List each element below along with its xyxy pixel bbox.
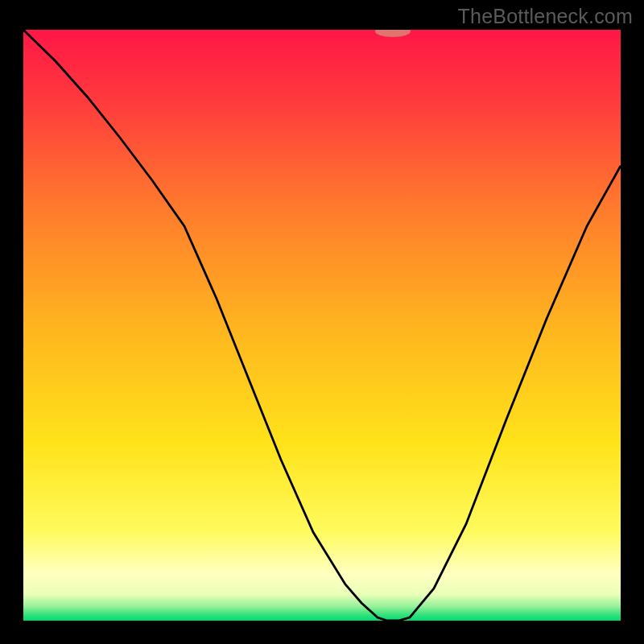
chart-frame: TheBottleneck.com — [0, 0, 644, 644]
plot-area — [23, 30, 621, 621]
watermark-text: TheBottleneck.com — [458, 5, 633, 28]
chart-svg — [23, 30, 621, 621]
gradient-background — [23, 30, 621, 621]
